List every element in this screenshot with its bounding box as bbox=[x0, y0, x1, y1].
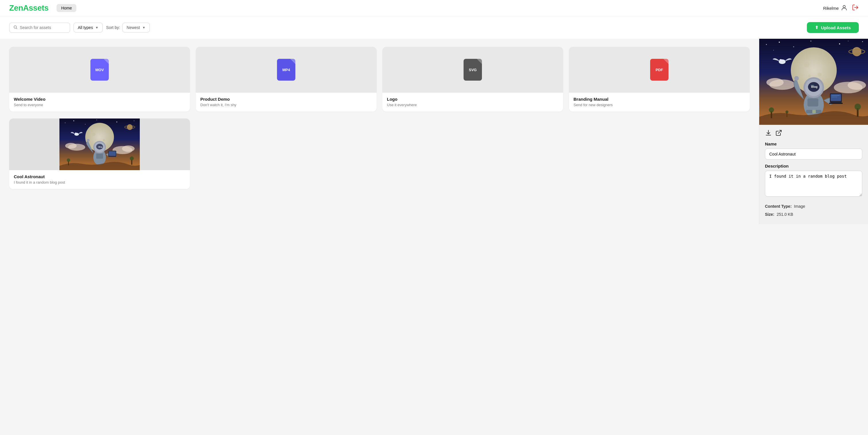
user-info: Rikelme bbox=[823, 4, 847, 12]
svg-point-76 bbox=[786, 111, 788, 113]
svg-point-70 bbox=[794, 76, 799, 81]
svg-point-11 bbox=[92, 132, 96, 136]
asset-desc-textarea[interactable]: I found it in a random blog post bbox=[765, 171, 862, 196]
header: ZenAssets Home Rikelme bbox=[0, 0, 868, 17]
svg-rect-68 bbox=[832, 95, 840, 96]
svg-point-45 bbox=[804, 62, 809, 67]
file-icon-svg: SVG bbox=[464, 59, 482, 81]
svg-text:Blog: Blog bbox=[98, 146, 102, 148]
svg-point-29 bbox=[75, 132, 76, 134]
asset-grid-row1: MOV Welcome Video Send to everyone MP4 P… bbox=[9, 47, 750, 112]
search-input[interactable] bbox=[20, 25, 66, 30]
detail-panel: Blog bbox=[759, 39, 868, 224]
svg-point-12 bbox=[103, 139, 105, 141]
sort-dropdown[interactable]: Newest ▼ bbox=[122, 23, 150, 32]
search-wrap bbox=[9, 23, 70, 33]
svg-point-0 bbox=[843, 5, 845, 8]
asset-info-branding-manual: Branding Manual Send for new designers bbox=[569, 93, 750, 112]
content-type-label: Content Type: bbox=[765, 202, 792, 210]
asset-info-logo: Logo Use it everywhere bbox=[382, 93, 563, 112]
svg-point-38 bbox=[811, 41, 811, 41]
svg-point-9 bbox=[134, 121, 134, 121]
file-icon-mov: MOV bbox=[90, 59, 109, 81]
filter-label: All types bbox=[78, 25, 93, 30]
detail-form: Name Description I found it in a random … bbox=[759, 142, 868, 224]
app-logo: ZenAssets bbox=[9, 3, 49, 12]
asset-card-branding-manual[interactable]: PDF Branding Manual Send for new designe… bbox=[569, 47, 750, 112]
svg-point-43 bbox=[773, 50, 774, 51]
asset-desc-product-demo: Don't watch it, I'm shy bbox=[200, 103, 372, 107]
svg-point-42 bbox=[848, 41, 848, 41]
asset-thumb-product-demo: MP4 bbox=[196, 47, 377, 93]
file-icon-mp4: MP4 bbox=[277, 59, 296, 81]
svg-point-35 bbox=[766, 44, 767, 45]
svg-rect-26 bbox=[109, 151, 116, 156]
asset-name-input[interactable] bbox=[765, 149, 862, 159]
content-type-row: Content Type: Image bbox=[765, 202, 862, 210]
svg-rect-59 bbox=[812, 110, 816, 113]
asset-info-product-demo: Product Demo Don't watch it, I'm shy bbox=[196, 93, 377, 112]
svg-point-41 bbox=[862, 41, 863, 42]
home-nav-button[interactable]: Home bbox=[57, 4, 76, 12]
svg-rect-66 bbox=[831, 94, 841, 101]
svg-point-33 bbox=[130, 156, 134, 160]
asset-grid-section: MOV Welcome Video Send to everyone MP4 P… bbox=[0, 39, 759, 224]
svg-point-53 bbox=[848, 81, 866, 90]
asset-thumb-welcome-video: MOV bbox=[9, 47, 190, 93]
filter-dropdown[interactable]: All types ▼ bbox=[73, 23, 103, 32]
file-icon-pdf: PDF bbox=[650, 59, 669, 81]
asset-card-logo[interactable]: SVG Logo Use it everywhere bbox=[382, 47, 563, 112]
share-button[interactable] bbox=[775, 129, 782, 138]
asset-name-cool-astronaut: Cool Astronaut bbox=[14, 174, 185, 179]
asset-card-cool-astronaut[interactable]: Blog bbox=[9, 119, 190, 189]
svg-point-16 bbox=[122, 146, 135, 152]
name-field-label: Name bbox=[765, 142, 862, 146]
download-button[interactable] bbox=[765, 129, 772, 138]
sort-value: Newest bbox=[127, 25, 140, 30]
svg-rect-57 bbox=[807, 98, 818, 106]
svg-point-3 bbox=[65, 123, 65, 123]
astronaut-illustration: Blog bbox=[59, 119, 140, 170]
size-row: Size: 251.0 KB bbox=[765, 210, 862, 218]
svg-point-51 bbox=[766, 78, 784, 87]
svg-point-46 bbox=[817, 72, 822, 76]
asset-thumb-cool-astronaut: Blog bbox=[9, 119, 190, 170]
header-right: Rikelme bbox=[823, 4, 859, 12]
svg-point-74 bbox=[855, 103, 861, 110]
svg-point-5 bbox=[85, 124, 86, 125]
svg-rect-69 bbox=[832, 97, 837, 97]
size-label: Size: bbox=[765, 210, 774, 218]
asset-card-welcome-video[interactable]: MOV Welcome Video Send to everyone bbox=[9, 47, 190, 112]
svg-point-48 bbox=[852, 47, 861, 56]
asset-name-logo: Logo bbox=[387, 97, 559, 101]
svg-point-36 bbox=[779, 41, 780, 43]
asset-desc-branding-manual: Send for new designers bbox=[574, 103, 745, 107]
asset-thumb-branding-manual: PDF bbox=[569, 47, 750, 93]
asset-desc-logo: Use it everywhere bbox=[387, 103, 559, 107]
toolbar: All types ▼ Sort by: Newest ▼ ⬆ Upload A… bbox=[0, 17, 868, 39]
asset-desc-welcome-video: Send to everyone bbox=[14, 103, 185, 107]
asset-info-cool-astronaut: Cool Astronaut I found it in a random bl… bbox=[9, 170, 190, 189]
svg-point-14 bbox=[65, 143, 76, 149]
svg-point-55 bbox=[779, 59, 782, 62]
svg-point-27 bbox=[87, 139, 90, 142]
svg-point-31 bbox=[67, 158, 70, 162]
svg-point-4 bbox=[73, 121, 74, 121]
content-type-value: Image bbox=[794, 202, 805, 210]
search-icon bbox=[13, 25, 18, 30]
sort-wrap: Sort by: Newest ▼ bbox=[106, 23, 150, 32]
svg-point-39 bbox=[839, 43, 840, 44]
asset-desc-cool-astronaut: I found it in a random blog post bbox=[14, 180, 185, 185]
svg-rect-75 bbox=[786, 113, 787, 117]
asset-card-product-demo[interactable]: MP4 Product Demo Don't watch it, I'm shy bbox=[196, 47, 377, 112]
svg-rect-67 bbox=[829, 103, 843, 104]
sort-chevron-icon: ▼ bbox=[143, 26, 146, 29]
svg-point-37 bbox=[794, 46, 794, 48]
detail-astronaut-illustration: Blog bbox=[759, 39, 868, 125]
logout-icon[interactable] bbox=[852, 4, 859, 12]
upload-button[interactable]: ⬆ Upload Assets bbox=[807, 22, 859, 33]
svg-rect-20 bbox=[96, 154, 103, 159]
asset-info-welcome-video: Welcome Video Send to everyone bbox=[9, 93, 190, 112]
username-label: Rikelme bbox=[823, 6, 839, 11]
svg-point-6 bbox=[96, 120, 97, 120]
